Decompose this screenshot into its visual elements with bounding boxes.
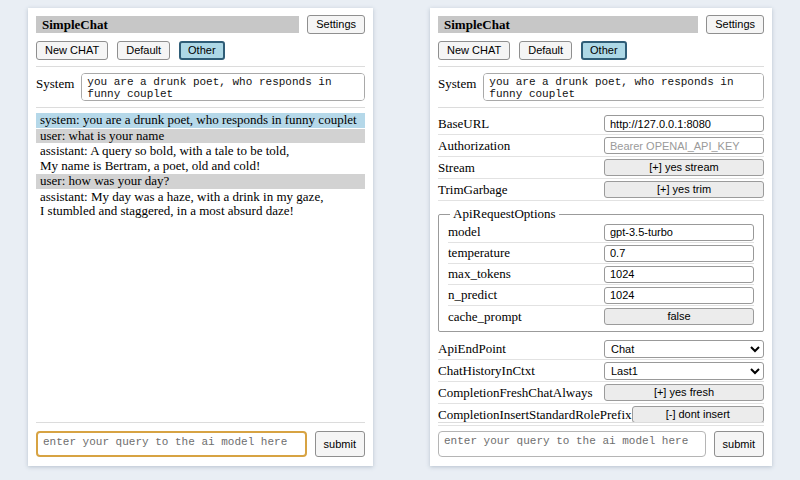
- chat-message-list: system: you are a drunk poet, who respon…: [36, 113, 365, 219]
- settings-panel-header: SimpleChat Settings: [438, 15, 764, 34]
- query-bar: submit: [36, 422, 365, 457]
- message-assistant: assistant: My day was a haze, with a dri…: [36, 190, 365, 219]
- system-prompt-row: System you are a drunk poet, who respond…: [36, 72, 365, 101]
- divider: [36, 107, 365, 108]
- query-bar: submit: [438, 422, 764, 457]
- session-other-button[interactable]: Other: [179, 41, 225, 60]
- api-endpoint-label: ApiEndPoint: [438, 341, 506, 357]
- authorization-input[interactable]: [604, 137, 764, 154]
- divider: [36, 66, 365, 67]
- chat-history-select[interactable]: Last1: [604, 362, 764, 380]
- settings-panel: SimpleChat Settings New CHAT Default Oth…: [430, 8, 772, 466]
- system-prompt-input[interactable]: you are a drunk poet, who responds in fu…: [81, 73, 365, 101]
- baseurl-label: BaseURL: [438, 116, 489, 132]
- chat-panel-header: SimpleChat Settings: [36, 15, 365, 34]
- message-user: user: how was your day?: [36, 174, 365, 189]
- stream-label: Stream: [438, 160, 475, 176]
- setting-row-trimgarbage: TrimGarbage [+] yes trim: [438, 179, 764, 201]
- query-input[interactable]: [36, 431, 307, 457]
- setting-row-chat-history: ChatHistoryInCtxt Last1: [438, 360, 764, 382]
- message-user: user: what is your name: [36, 129, 365, 144]
- app-title: SimpleChat: [36, 16, 299, 33]
- setting-row-authorization: Authorization: [438, 135, 764, 157]
- api-request-options-legend: ApiRequestOptions: [450, 206, 559, 222]
- session-default-button[interactable]: Default: [117, 41, 170, 60]
- session-row: New CHAT Default Other: [438, 41, 764, 60]
- trimgarbage-label: TrimGarbage: [438, 182, 508, 198]
- setting-row-cache-prompt: cache_prompt false: [448, 306, 754, 327]
- message-system: system: you are a drunk poet, who respon…: [36, 113, 365, 128]
- trimgarbage-toggle-button[interactable]: [+] yes trim: [604, 181, 764, 198]
- completion-fresh-toggle-button[interactable]: [+] yes fresh: [604, 384, 764, 401]
- system-label: System: [438, 73, 476, 92]
- message-assistant: assistant: A query so bold, with a tale …: [36, 144, 365, 173]
- chat-panel: SimpleChat Settings New CHAT Default Oth…: [28, 8, 373, 466]
- max-tokens-label: max_tokens: [448, 266, 511, 282]
- query-input[interactable]: [438, 431, 706, 457]
- n-predict-input[interactable]: [604, 287, 754, 304]
- temperature-input[interactable]: [604, 245, 754, 262]
- settings-button[interactable]: Settings: [706, 15, 764, 34]
- temperature-label: temperature: [448, 245, 510, 261]
- cache-prompt-toggle-button[interactable]: false: [604, 308, 754, 325]
- settings-button[interactable]: Settings: [307, 15, 365, 34]
- settings-list: BaseURL Authorization Stream [+] yes str…: [438, 113, 764, 426]
- system-prompt-input[interactable]: you are a drunk poet, who responds in fu…: [483, 73, 764, 101]
- api-endpoint-select[interactable]: Chat: [604, 340, 764, 358]
- api-request-options-fieldset: ApiRequestOptions model temperature max_…: [438, 206, 764, 332]
- app-title: SimpleChat: [438, 16, 698, 33]
- chat-history-label: ChatHistoryInCtxt: [438, 363, 535, 379]
- setting-row-api-endpoint: ApiEndPoint Chat: [438, 338, 764, 360]
- system-label: System: [36, 73, 74, 92]
- setting-row-n-predict: n_predict: [448, 285, 754, 306]
- completion-insert-toggle-button[interactable]: [-] dont insert: [632, 406, 764, 423]
- setting-row-stream: Stream [+] yes stream: [438, 157, 764, 179]
- setting-row-completion-fresh: CompletionFreshChatAlways [+] yes fresh: [438, 382, 764, 404]
- model-input[interactable]: [604, 224, 754, 241]
- completion-insert-label: CompletionInsertStandardRolePrefix: [438, 407, 632, 423]
- stream-toggle-button[interactable]: [+] yes stream: [604, 159, 764, 176]
- cache-prompt-label: cache_prompt: [448, 309, 522, 325]
- baseurl-input[interactable]: [604, 115, 764, 132]
- submit-button[interactable]: submit: [714, 431, 764, 457]
- model-label: model: [448, 224, 481, 240]
- divider: [438, 107, 764, 108]
- setting-row-baseurl: BaseURL: [438, 113, 764, 135]
- session-default-button[interactable]: Default: [519, 41, 572, 60]
- max-tokens-input[interactable]: [604, 266, 754, 283]
- system-prompt-row: System you are a drunk poet, who respond…: [438, 72, 764, 101]
- divider: [438, 66, 764, 67]
- setting-row-max-tokens: max_tokens: [448, 264, 754, 285]
- n-predict-label: n_predict: [448, 287, 497, 303]
- setting-row-model: model: [448, 222, 754, 243]
- session-row: New CHAT Default Other: [36, 41, 365, 60]
- authorization-label: Authorization: [438, 138, 510, 154]
- session-other-button[interactable]: Other: [581, 41, 627, 60]
- new-chat-button[interactable]: New CHAT: [438, 41, 510, 60]
- setting-row-temperature: temperature: [448, 243, 754, 264]
- submit-button[interactable]: submit: [315, 431, 365, 457]
- new-chat-button[interactable]: New CHAT: [36, 41, 108, 60]
- completion-fresh-label: CompletionFreshChatAlways: [438, 385, 593, 401]
